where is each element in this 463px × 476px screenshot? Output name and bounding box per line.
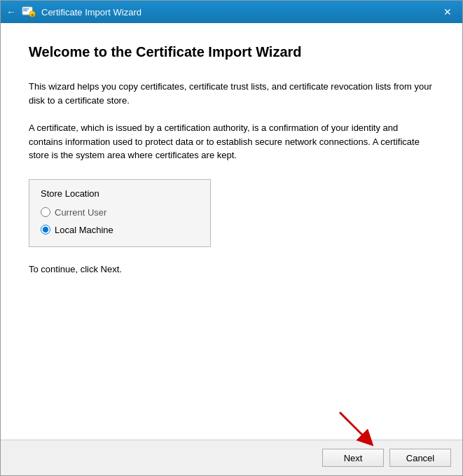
title-bar-left: ← ★ Certificate Import Wizard — [6, 5, 438, 19]
store-location-box: Store Location Current User Local Machin… — [29, 179, 211, 247]
wizard-heading: Welcome to the Certificate Import Wizard — [29, 44, 434, 60]
title-bar-title: Certificate Import Wizard — [41, 7, 141, 18]
local-machine-radio[interactable] — [41, 225, 50, 234]
continue-text: To continue, click Next. — [29, 264, 434, 274]
wizard-window: ← ★ Certificate Import Wizard ✕ Welcome … — [0, 0, 463, 476]
description-paragraph-2: A certificate, which is issued by a cert… — [29, 121, 434, 162]
local-machine-option[interactable]: Local Machine — [41, 225, 199, 235]
close-button[interactable]: ✕ — [438, 5, 457, 19]
svg-text:★: ★ — [30, 13, 35, 18]
description-paragraph-1: This wizard helps you copy certificates,… — [29, 80, 434, 107]
title-bar: ← ★ Certificate Import Wizard ✕ — [1, 1, 462, 23]
button-bar: Next Cancel — [1, 440, 462, 475]
current-user-radio[interactable] — [41, 207, 50, 217]
back-button[interactable]: ← — [6, 6, 16, 18]
svg-rect-1 — [23, 8, 29, 10]
store-location-label: Store Location — [41, 188, 199, 199]
cancel-button[interactable]: Cancel — [389, 449, 451, 467]
current-user-option[interactable]: Current User — [41, 207, 199, 218]
next-button[interactable]: Next — [322, 449, 384, 467]
local-machine-label: Local Machine — [55, 225, 113, 235]
cert-icon: ★ — [22, 5, 36, 19]
current-user-label: Current User — [55, 207, 106, 218]
svg-line-6 — [340, 412, 368, 440]
content-area: Welcome to the Certificate Import Wizard… — [1, 23, 462, 440]
svg-rect-2 — [23, 10, 27, 12]
red-arrow-indicator — [336, 409, 378, 447]
